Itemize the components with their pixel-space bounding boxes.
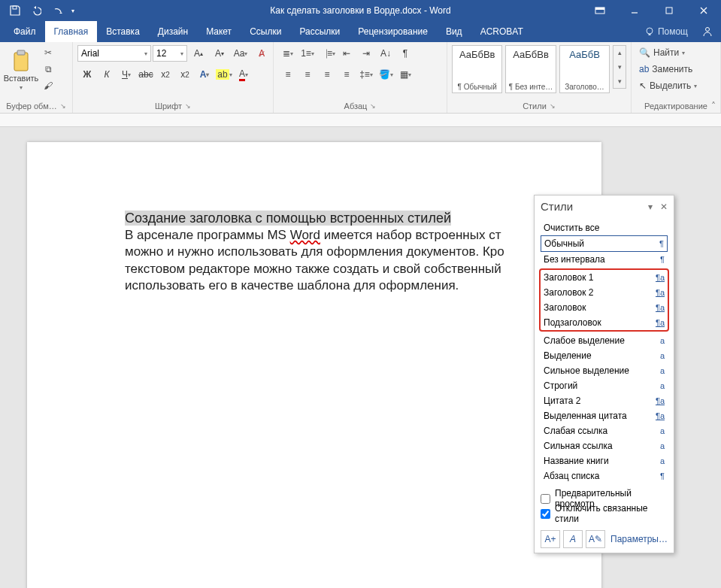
borders-button[interactable]: ▦▾ bbox=[395, 66, 415, 83]
group-editing: 🔍Найти▾ abЗаменить ↖Выделить▾ Редактиров… bbox=[632, 42, 721, 113]
titlebar: ▾ Как сделать заголовки в Ворде.docx - W… bbox=[0, 0, 721, 21]
tab-home[interactable]: Главная bbox=[45, 21, 98, 42]
decrease-indent-button[interactable]: ⇤ bbox=[337, 45, 356, 62]
find-button[interactable]: 🔍Найти▾ bbox=[636, 45, 700, 60]
styles-more[interactable]: ▾ bbox=[613, 74, 626, 88]
minimize-button[interactable] bbox=[617, 0, 652, 21]
style-row[interactable]: Подзаголовок¶а bbox=[541, 315, 668, 330]
style-row[interactable]: Сильное выделениеа bbox=[541, 363, 668, 378]
font-name-combo[interactable]: Arial▾ bbox=[77, 45, 151, 62]
sort-button[interactable]: A↓ bbox=[376, 45, 395, 62]
styles-down[interactable]: ▾ bbox=[613, 60, 626, 74]
font-color-button[interactable]: A▾ bbox=[234, 66, 253, 83]
tab-review[interactable]: Рецензирование bbox=[349, 21, 437, 42]
parameters-link[interactable]: Параметры… bbox=[610, 534, 668, 544]
style-inspector-button[interactable]: A bbox=[563, 530, 583, 548]
style-row[interactable]: Без интервала¶ bbox=[541, 252, 668, 267]
style-row[interactable]: Выделениеа bbox=[541, 348, 668, 363]
shading-button[interactable]: 🪣▾ bbox=[376, 66, 395, 83]
tab-acrobat[interactable]: ACROBAT bbox=[471, 21, 532, 42]
style-row[interactable]: Название книгиа bbox=[541, 453, 668, 468]
replace-button[interactable]: abЗаменить bbox=[636, 62, 700, 77]
style-tile[interactable]: АаБбВв¶ Обычный bbox=[452, 45, 502, 93]
qat-customize[interactable]: ▾ bbox=[68, 0, 78, 21]
share-button[interactable] bbox=[694, 21, 721, 42]
highlight-button[interactable]: ab▾ bbox=[214, 66, 234, 83]
multilevel-button[interactable]: ⎹≡▾ bbox=[317, 45, 337, 62]
cut-button[interactable]: ✂ bbox=[41, 45, 56, 60]
tab-mailings[interactable]: Рассылки bbox=[290, 21, 349, 42]
cursor-icon: ↖ bbox=[639, 80, 647, 91]
shrink-font-button[interactable]: A▾ bbox=[210, 45, 229, 62]
style-row[interactable]: Сильная ссылкаа bbox=[541, 438, 668, 453]
style-row[interactable]: Обычный¶ bbox=[541, 235, 668, 252]
style-row[interactable]: Выделенная цитата¶а bbox=[541, 408, 668, 423]
style-row[interactable]: Слабая ссылкаа bbox=[541, 423, 668, 438]
tab-view[interactable]: Вид bbox=[437, 21, 471, 42]
style-row[interactable]: Строгийа bbox=[541, 378, 668, 393]
show-marks-button[interactable]: ¶ bbox=[395, 45, 415, 62]
tab-file[interactable]: Файл bbox=[5, 21, 45, 42]
tab-insert[interactable]: Вставка bbox=[97, 21, 149, 42]
ruler[interactable] bbox=[0, 114, 721, 127]
style-row[interactable]: Заголовок 1¶а bbox=[541, 270, 668, 285]
bullets-button[interactable]: ≣▾ bbox=[278, 45, 298, 62]
save-button[interactable] bbox=[5, 0, 26, 21]
style-row[interactable]: Заголовок¶а bbox=[541, 300, 668, 315]
line-spacing-button[interactable]: ‡≡▾ bbox=[356, 66, 376, 83]
svg-rect-0 bbox=[13, 6, 17, 9]
italic-button[interactable]: К bbox=[97, 66, 117, 83]
styles-up[interactable]: ▴ bbox=[613, 46, 626, 60]
launcher-icon[interactable]: ↘ bbox=[60, 102, 66, 110]
style-row[interactable]: Слабое выделениеа bbox=[541, 333, 668, 348]
change-case-button[interactable]: Aa▾ bbox=[231, 45, 250, 62]
text-effects-button[interactable]: A▾ bbox=[195, 66, 214, 83]
tab-references[interactable]: Ссылки bbox=[241, 21, 290, 42]
document-page[interactable]: Создание заголовка с помощью встроенных … bbox=[27, 142, 601, 588]
align-left-button[interactable]: ≡ bbox=[278, 66, 298, 83]
paste-button[interactable]: Вставить ▾ bbox=[5, 45, 38, 95]
underline-button[interactable]: Ч▾ bbox=[117, 66, 136, 83]
clear-formatting-button[interactable]: A̷ bbox=[252, 45, 271, 62]
maximize-button[interactable] bbox=[652, 0, 686, 21]
launcher-icon[interactable]: ↘ bbox=[370, 102, 376, 110]
tab-layout[interactable]: Макет bbox=[197, 21, 241, 42]
numbering-button[interactable]: 1≡▾ bbox=[298, 45, 317, 62]
format-painter-button[interactable]: 🖌 bbox=[41, 78, 56, 93]
tell-me[interactable]: Помощ bbox=[644, 21, 694, 42]
pane-menu-icon[interactable]: ▾ bbox=[648, 202, 653, 212]
redo-button[interactable] bbox=[47, 0, 68, 21]
style-tile[interactable]: АаБбВ⁠Заголово… bbox=[559, 45, 610, 93]
style-row[interactable]: Очистить все bbox=[541, 220, 668, 235]
style-row[interactable]: Цитата 2¶а bbox=[541, 393, 668, 408]
bold-button[interactable]: Ж bbox=[77, 66, 97, 83]
manage-styles-button[interactable]: A✎ bbox=[586, 530, 605, 548]
subscript-button[interactable]: x2 bbox=[156, 66, 175, 83]
tab-design[interactable]: Дизайн bbox=[149, 21, 197, 42]
superscript-button[interactable]: x2 bbox=[175, 66, 195, 83]
launcher-icon[interactable]: ↘ bbox=[550, 102, 556, 110]
search-icon: 🔍 bbox=[639, 47, 650, 58]
align-right-button[interactable]: ≡ bbox=[317, 66, 337, 83]
copy-button[interactable]: ⧉ bbox=[41, 62, 56, 77]
style-tile[interactable]: АаБбВв¶ Без инте… bbox=[505, 45, 556, 93]
collapse-ribbon-button[interactable]: ˄ bbox=[711, 101, 716, 111]
pane-close-icon[interactable]: ✕ bbox=[660, 202, 668, 212]
close-button[interactable] bbox=[686, 0, 721, 21]
justify-button[interactable]: ≡ bbox=[337, 66, 356, 83]
select-button[interactable]: ↖Выделить▾ bbox=[636, 78, 700, 93]
grow-font-button[interactable]: A▴ bbox=[189, 45, 208, 62]
new-style-button[interactable]: A+ bbox=[541, 530, 560, 548]
disable-linked-checkbox[interactable]: Отключить связанные стили bbox=[541, 506, 668, 521]
increase-indent-button[interactable]: ⇥ bbox=[356, 45, 376, 62]
font-size-combo[interactable]: 12▾ bbox=[153, 45, 187, 62]
align-center-button[interactable]: ≡ bbox=[298, 66, 317, 83]
paste-label: Вставить bbox=[4, 74, 39, 83]
style-row[interactable]: Заголовок 2¶а bbox=[541, 285, 668, 300]
quick-access-toolbar: ▾ bbox=[5, 0, 78, 21]
launcher-icon[interactable]: ↘ bbox=[185, 102, 191, 110]
ribbon-display-button[interactable] bbox=[583, 0, 617, 21]
style-row[interactable]: Абзац списка¶ bbox=[541, 468, 668, 483]
strikethrough-button[interactable]: abc bbox=[136, 66, 156, 83]
undo-button[interactable] bbox=[26, 0, 47, 21]
